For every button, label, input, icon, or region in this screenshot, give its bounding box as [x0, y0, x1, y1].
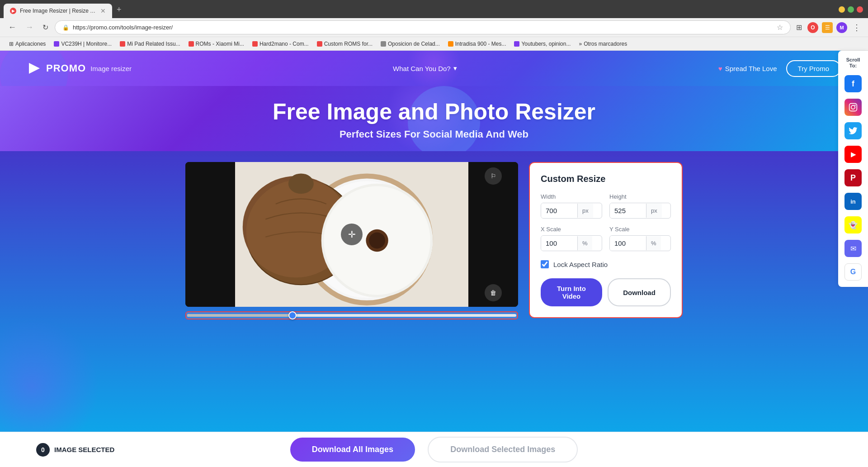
x-scale-input[interactable] [541, 236, 577, 251]
extensions-button[interactable]: ⊞ [794, 21, 804, 33]
scroll-email[interactable]: ✉ [844, 240, 862, 257]
y-scale-unit: % [646, 236, 661, 250]
star-icon[interactable]: ☆ [777, 23, 783, 32]
image-area: ✛ ⚐ 🗑 [185, 162, 518, 319]
coconut-image-area[interactable]: ✛ [235, 162, 468, 307]
download-button[interactable]: Download [608, 278, 671, 306]
bookmark-oposicion[interactable]: Oposicion de Celad... [377, 40, 443, 48]
reload-button[interactable]: ↻ [40, 22, 51, 33]
back-button[interactable]: ← [5, 22, 19, 33]
instagram-icon [849, 103, 858, 112]
logo-text: PROMO [46, 62, 86, 74]
scroll-to-label: Scroll To: [843, 57, 863, 69]
bookmark-hard2mano[interactable]: Hard2mano - Com... [249, 40, 312, 48]
bookmark-vc239h[interactable]: VC239H | Monitore... [50, 40, 115, 48]
panel-title: Custom Resize [541, 174, 671, 184]
scroll-sidebar: Scroll To: f ▶ P in 👻 ✉ G [838, 51, 868, 287]
lock-icon: 🔒 [62, 24, 69, 31]
x-scale-label: X Scale [541, 226, 602, 233]
account-icon[interactable]: M [836, 22, 847, 33]
scroll-instagram[interactable] [844, 99, 862, 116]
heart-icon: ♥ [718, 65, 722, 72]
selected-text: IMAGE SELECTED [54, 446, 114, 453]
x-scale-group: X Scale % [541, 226, 602, 251]
bookmarks-bar: ⊞ Aplicaciones VC239H | Monitore... Mi P… [0, 37, 868, 51]
twitter-icon [849, 127, 858, 134]
svg-point-16 [854, 105, 856, 106]
browser-chrome: ▶ Free Image Resizer | Resize Your... ✕ … [0, 0, 868, 18]
tool-section: ✛ ⚐ 🗑 [0, 151, 868, 432]
chevron-down-icon: ▾ [453, 64, 457, 72]
logo-subtitle: Image resizer [90, 65, 132, 72]
scroll-pinterest[interactable]: P [844, 169, 862, 186]
page-content: PROMO Image resizer What Can You Do? ▾ ♥… [0, 51, 868, 467]
bookmark-youtubers[interactable]: Youtubers, opinion... [510, 40, 574, 48]
site-header: PROMO Image resizer What Can You Do? ▾ ♥… [0, 51, 868, 86]
download-all-images-button[interactable]: Download All Images [290, 438, 415, 462]
header-actions: ♥ Spread The Love Try Promo [718, 60, 841, 77]
scroll-google[interactable]: G [844, 263, 862, 281]
scroll-facebook[interactable]: f [844, 75, 862, 92]
tab-title: Free Image Resizer | Resize Your... [20, 8, 97, 14]
move-handle[interactable]: ✛ [341, 224, 363, 245]
width-unit: px [577, 204, 593, 218]
bookmarks-icon[interactable]: ☰ [822, 22, 833, 33]
dimension-row: Width px Height px [541, 193, 671, 219]
new-tab-button[interactable]: + [112, 3, 126, 16]
height-input[interactable] [610, 203, 646, 218]
hero-subtitle: Perfect Sizes For Social Media And Web [27, 129, 841, 140]
bookmark-custom-roms[interactable]: Custom ROMS for... [313, 40, 376, 48]
bookmark-apps[interactable]: ⊞ Aplicaciones [5, 40, 49, 48]
scroll-twitter[interactable] [844, 122, 862, 139]
browser-tab-active[interactable]: ▶ Free Image Resizer | Resize Your... ✕ [4, 4, 112, 18]
rotate-handle[interactable]: ⚐ [485, 167, 502, 185]
svg-point-13 [369, 233, 385, 249]
header-nav: What Can You Do? ▾ [393, 64, 457, 72]
hero-title: Free Image and Photo Resizer [27, 99, 841, 125]
scroll-youtube[interactable]: ▶ [844, 146, 862, 163]
bottom-bar: 0 IMAGE SELECTED Download All Images Dow… [0, 432, 868, 467]
bookmark-more[interactable]: » Otros marcadores [575, 40, 631, 48]
lock-aspect-label[interactable]: Lock Aspect Ratio [553, 261, 608, 268]
hero-section: Free Image and Photo Resizer Perfect Siz… [0, 86, 868, 151]
width-input[interactable] [541, 203, 577, 218]
custom-resize-panel: Custom Resize Width px Height [529, 162, 683, 318]
y-scale-input[interactable] [610, 236, 646, 251]
scroll-snapchat[interactable]: 👻 [844, 216, 862, 234]
download-selected-images-button[interactable]: Download Selected Images [428, 437, 578, 462]
svg-marker-0 [29, 63, 40, 74]
bookmark-intradisa[interactable]: Intradisa 900 - Mes... [444, 40, 510, 48]
height-group: Height px [609, 193, 671, 219]
height-unit: px [646, 204, 662, 218]
lock-aspect-checkbox[interactable] [541, 260, 549, 268]
slider-thumb[interactable] [288, 311, 297, 319]
scroll-linkedin[interactable]: in [844, 193, 862, 210]
window-maximize[interactable] [848, 6, 854, 13]
image-canvas: ✛ ⚐ 🗑 [185, 162, 518, 307]
y-scale-group: Y Scale % [609, 226, 671, 251]
try-promo-button[interactable]: Try Promo [786, 60, 841, 77]
forward-button[interactable]: → [23, 22, 36, 33]
bookmark-mipad[interactable]: Mi Pad Related Issu... [116, 40, 184, 48]
address-bar-row: ← → ↻ 🔒 https://promo.com/tools/image-re… [0, 18, 868, 37]
promo-logo-icon [27, 61, 42, 76]
window-minimize[interactable] [839, 6, 845, 13]
width-group: Width px [541, 193, 602, 219]
images-selected-indicator: 0 IMAGE SELECTED [36, 443, 114, 457]
delete-handle[interactable]: 🗑 [485, 284, 502, 301]
tool-container: ✛ ⚐ 🗑 [185, 162, 683, 319]
address-bar[interactable]: 🔒 https://promo.com/tools/image-resizer/… [55, 20, 791, 34]
opera-icon: O [807, 22, 818, 33]
spread-love[interactable]: ♥ Spread The Love [718, 65, 777, 72]
lock-aspect-row: Lock Aspect Ratio [541, 260, 671, 268]
tab-close-icon[interactable]: ✕ [100, 7, 106, 14]
image-slider-wrapper [185, 311, 518, 319]
window-close[interactable] [857, 6, 863, 13]
slider-track[interactable] [187, 314, 516, 317]
what-can-you-do-link[interactable]: What Can You Do? ▾ [393, 64, 457, 72]
scale-row: X Scale % Y Scale % [541, 226, 671, 251]
turn-into-video-button[interactable]: Turn Into Video [541, 278, 602, 306]
menu-button[interactable]: ⋮ [851, 21, 863, 34]
svg-point-15 [851, 105, 855, 109]
bookmark-roms[interactable]: ROMs - Xiaomi Mi... [185, 40, 248, 48]
